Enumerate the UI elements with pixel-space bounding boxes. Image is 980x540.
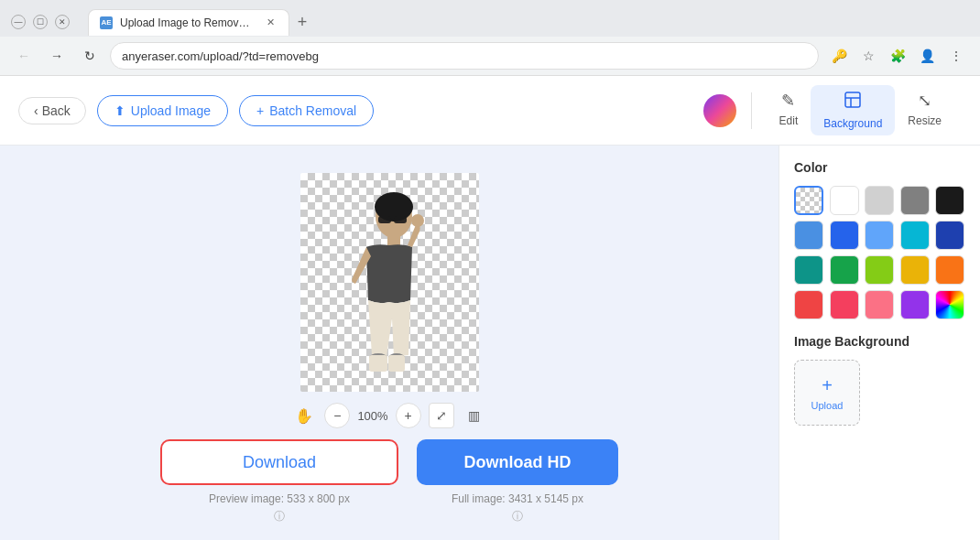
batch-label: Batch Removal: [269, 103, 356, 118]
zoom-level: 100%: [357, 409, 387, 423]
color-swatch-green[interactable]: [830, 255, 859, 285]
menu-icon[interactable]: ⋮: [943, 43, 969, 69]
right-sidebar: Color Image Background + Upload: [779, 146, 980, 540]
info-icon[interactable]: ⓘ: [274, 509, 285, 524]
back-nav-button[interactable]: ←: [11, 43, 37, 69]
image-preview-container: [300, 173, 479, 392]
color-swatch-yellow[interactable]: [900, 255, 930, 285]
color-swatch-blue-medium[interactable]: [794, 221, 823, 250]
color-swatch-cyan[interactable]: [900, 221, 930, 250]
svg-rect-6: [394, 216, 407, 223]
main-content: ✋ − 100% + ⤢ ▥ Download Preview image: 5…: [0, 146, 980, 540]
forward-nav-button[interactable]: →: [44, 43, 70, 69]
color-swatch-pink-red[interactable]: [830, 290, 859, 319]
close-button[interactable]: ✕: [55, 15, 70, 29]
upload-label: Upload Image: [131, 103, 211, 118]
color-swatch-sky-blue[interactable]: [865, 221, 894, 250]
split-view-button[interactable]: ▥: [462, 403, 487, 428]
zoom-out-button[interactable]: −: [324, 403, 350, 428]
color-swatch-black[interactable]: [935, 186, 964, 215]
preview-info: Preview image: 533 x 800 px: [209, 492, 350, 505]
color-swatch-gradient[interactable]: [935, 290, 964, 319]
color-swatch-light-gray[interactable]: [865, 186, 894, 215]
edit-icon: ✎: [781, 91, 795, 111]
panel-divider: [751, 92, 752, 129]
plus-icon: +: [256, 103, 264, 118]
refresh-button[interactable]: ↻: [77, 43, 103, 69]
minimize-button[interactable]: —: [11, 15, 26, 29]
canvas-area: ✋ − 100% + ⤢ ▥ Download Preview image: 5…: [0, 146, 779, 540]
download-col: Download Preview image: 533 x 800 px ⓘ: [160, 439, 398, 524]
color-swatch-dark-blue[interactable]: [935, 221, 964, 250]
bookmark-icon[interactable]: ☆: [855, 43, 881, 69]
upload-bg-label: Upload: [811, 400, 844, 411]
color-swatch-purple[interactable]: [900, 290, 930, 319]
batch-removal-button[interactable]: + Batch Removal: [239, 95, 374, 126]
color-swatch-orange[interactable]: [935, 255, 964, 285]
color-swatch-yellow-green[interactable]: [865, 255, 894, 285]
tab-favicon: AE: [100, 16, 113, 29]
password-icon[interactable]: 🔑: [826, 43, 852, 69]
browser-chrome: — ☐ ✕ AE Upload Image to Remove Bg ✕ + ←…: [0, 0, 980, 76]
resize-tab[interactable]: ⤡ Resize: [895, 85, 954, 135]
color-swatch-red[interactable]: [794, 290, 823, 319]
upload-image-button[interactable]: ⬆ Upload Image: [97, 95, 228, 126]
upload-bg-button[interactable]: + Upload: [794, 360, 860, 426]
url-input[interactable]: [110, 42, 819, 70]
title-bar: — ☐ ✕ AE Upload Image to Remove Bg ✕ +: [0, 0, 980, 37]
color-swatch-white[interactable]: [830, 186, 859, 215]
profile-icon[interactable]: 👤: [914, 43, 940, 69]
action-buttons-row: Download Preview image: 533 x 800 px ⓘ D…: [160, 439, 618, 524]
color-swatch-transparent[interactable]: [794, 186, 823, 215]
download-button[interactable]: Download: [160, 439, 398, 485]
maximize-button[interactable]: ☐: [33, 15, 48, 29]
back-label: Back: [42, 103, 71, 118]
full-info-icon[interactable]: ⓘ: [512, 509, 523, 524]
toolbar: ‹ Back ⬆ Upload Image + Batch Removal ✎ …: [0, 76, 980, 146]
color-swatch-blue[interactable]: [830, 221, 859, 250]
svg-rect-0: [845, 92, 860, 107]
zoom-controls: ✋ − 100% + ⤢ ▥: [291, 403, 486, 428]
download-label: Download: [243, 453, 316, 472]
background-label: Background: [823, 117, 882, 130]
resize-icon: ⤡: [918, 91, 931, 111]
download-hd-button[interactable]: Download HD: [417, 439, 618, 485]
extensions-icon[interactable]: 🧩: [885, 43, 910, 69]
svg-rect-12: [369, 355, 387, 372]
svg-rect-13: [388, 355, 405, 372]
color-swatch-teal[interactable]: [794, 255, 823, 285]
upload-plus-icon: +: [822, 375, 833, 396]
avatar[interactable]: [703, 94, 736, 127]
new-tab-button[interactable]: +: [289, 10, 315, 36]
color-grid: [794, 186, 965, 319]
panel-tabs: ✎ Edit Background ⤡ Resize: [767, 85, 954, 135]
zoom-in-button[interactable]: +: [396, 403, 421, 428]
full-info: Full image: 3431 x 5145 px: [452, 492, 583, 505]
tab-close-button[interactable]: ✕: [263, 16, 278, 30]
edit-tab[interactable]: ✎ Edit: [767, 85, 811, 135]
tab-bar: AE Upload Image to Remove Bg ✕ +: [81, 9, 322, 36]
svg-point-9: [411, 214, 424, 227]
checker-background: [300, 173, 479, 392]
edit-label: Edit: [779, 114, 799, 127]
background-icon: [844, 91, 862, 113]
tab-title: Upload Image to Remove Bg: [120, 16, 256, 29]
image-bg-title: Image Background: [794, 334, 965, 349]
background-tab[interactable]: Background: [811, 85, 895, 135]
browser-tab[interactable]: AE Upload Image to Remove Bg ✕: [88, 9, 289, 36]
svg-rect-5: [378, 216, 391, 223]
color-swatch-dark-gray[interactable]: [900, 186, 930, 215]
person-silhouette: [339, 190, 440, 392]
back-button[interactable]: ‹ Back: [18, 97, 86, 124]
back-chevron-icon: ‹: [34, 103, 38, 118]
color-section-title: Color: [794, 160, 965, 175]
app-container: ‹ Back ⬆ Upload Image + Batch Removal ✎ …: [0, 76, 980, 540]
address-bar: ← → ↻ 🔑 ☆ 🧩 👤 ⋮: [0, 37, 980, 75]
expand-button[interactable]: ⤢: [429, 403, 454, 428]
download-hd-label: Download HD: [464, 453, 572, 472]
address-icons: 🔑 ☆ 🧩 👤 ⋮: [826, 43, 969, 69]
resize-label: Resize: [908, 114, 942, 127]
color-swatch-pink[interactable]: [865, 290, 894, 319]
window-controls: — ☐ ✕: [11, 15, 70, 29]
hand-tool-button[interactable]: ✋: [291, 403, 317, 428]
